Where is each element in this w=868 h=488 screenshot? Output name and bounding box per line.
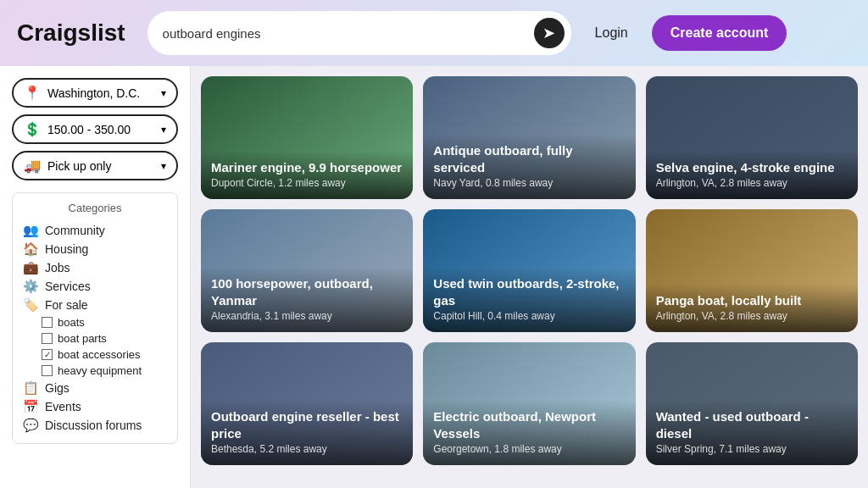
forums-icon: 💬 <box>23 418 39 433</box>
events-icon: 📅 <box>23 399 39 414</box>
sidebar-item-jobs[interactable]: 💼 Jobs <box>23 258 167 277</box>
subitem-boat-parts[interactable]: boat parts <box>42 330 167 347</box>
card-subtitle: Arlington, VA, 2.8 miles away <box>656 177 848 189</box>
sidebar-item-community[interactable]: 👥 Community <box>23 221 167 240</box>
chevron-down-icon: ▾ <box>161 87 166 99</box>
filter-group: 📍 Washington, D.C. ▾ 💲 150.00 - 350.00 ▾… <box>12 78 178 180</box>
card-subtitle: Arlington, VA, 2.8 miles away <box>656 310 848 322</box>
listing-card-card-4[interactable]: 100 horsepower, outboard, YanmarAlexandr… <box>201 209 413 332</box>
subitem-label: boats <box>58 316 85 329</box>
truck-icon: 🚚 <box>24 158 41 174</box>
search-bar: ➤ <box>147 11 571 55</box>
card-subtitle: Capitol Hill, 0.4 miles away <box>433 310 625 322</box>
checkbox-boats[interactable] <box>42 317 53 328</box>
listing-card-card-1[interactable]: Mariner engine, 9.9 horsepowerDupont Cir… <box>201 76 413 199</box>
dollar-icon: 💲 <box>24 121 41 137</box>
community-icon: 👥 <box>23 223 39 238</box>
listing-card-card-2[interactable]: Antique outboard, fully servicedNavy Yar… <box>423 76 635 199</box>
card-subtitle: Bethesda, 5.2 miles away <box>211 443 403 455</box>
listings-grid: Mariner engine, 9.9 horsepowerDupont Cir… <box>201 76 858 465</box>
chevron-down-icon: ▾ <box>161 124 166 136</box>
card-title: Outboard engine reseller - best price <box>211 408 403 441</box>
header: Craigslist ➤ Login Create account <box>0 0 868 66</box>
sidebar-item-label: For sale <box>45 298 88 312</box>
sidebar-item-label: Discussion forums <box>45 419 142 432</box>
card-overlay: 100 horsepower, outboard, YanmarAlexandr… <box>201 267 413 332</box>
card-overlay: Panga boat, locally builtArlington, VA, … <box>646 284 858 333</box>
listing-card-card-8[interactable]: Electric outboard, Newport VesselsGeorge… <box>423 342 635 465</box>
subitem-label: boat accessories <box>58 348 141 361</box>
card-title: Electric outboard, Newport Vessels <box>433 408 625 441</box>
categories-title: Categories <box>23 202 167 214</box>
checkbox-boat-parts[interactable] <box>42 333 53 344</box>
sidebar-item-label: Housing <box>45 242 88 256</box>
location-filter[interactable]: 📍 Washington, D.C. ▾ <box>12 78 178 108</box>
subitem-boat-accessories[interactable]: ✓ boat accessories <box>42 347 167 363</box>
card-title: Used twin outboards, 2-stroke, gas <box>433 275 625 308</box>
search-input[interactable] <box>163 26 534 41</box>
card-overlay: Outboard engine reseller - best priceBet… <box>201 400 413 465</box>
card-title: Mariner engine, 9.9 horsepower <box>211 159 403 176</box>
sidebar-item-for-sale[interactable]: 🏷️ For sale <box>23 296 167 314</box>
categories-box: Categories 👥 Community 🏠 Housing 💼 Jobs … <box>12 192 178 444</box>
card-title: 100 horsepower, outboard, Yanmar <box>211 275 403 308</box>
main-layout: 📍 Washington, D.C. ▾ 💲 150.00 - 350.00 ▾… <box>0 66 868 488</box>
listing-card-card-9[interactable]: Wanted - used outboard - dieselSilver Sp… <box>646 342 858 465</box>
forsale-icon: 🏷️ <box>23 297 39 313</box>
create-account-button[interactable]: Create account <box>652 15 787 51</box>
sidebar-item-gigs[interactable]: 📋 Gigs <box>23 379 167 397</box>
card-overlay: Antique outboard, fully servicedNavy Yar… <box>423 134 635 199</box>
sidebar-item-label: Community <box>45 224 105 237</box>
card-overlay: Wanted - used outboard - dieselSilver Sp… <box>646 400 858 465</box>
logo: Craigslist <box>17 19 125 47</box>
subitem-heavy-equipment[interactable]: heavy equipment <box>42 363 167 379</box>
card-subtitle: Silver Spring, 7.1 miles away <box>656 443 848 455</box>
checkbox-boat-accessories[interactable]: ✓ <box>42 349 53 360</box>
content-area: Mariner engine, 9.9 horsepowerDupont Cir… <box>191 66 868 488</box>
location-value: Washington, D.C. <box>47 86 140 100</box>
sidebar-item-label: Jobs <box>45 261 70 274</box>
jobs-icon: 💼 <box>23 260 39 275</box>
card-subtitle: Georgetown, 1.8 miles away <box>433 443 625 455</box>
checkbox-heavy-equipment[interactable] <box>42 365 53 376</box>
subitem-label: heavy equipment <box>58 364 142 377</box>
chevron-down-icon: ▾ <box>161 160 166 172</box>
card-overlay: Used twin outboards, 2-stroke, gasCapito… <box>423 267 635 332</box>
listing-card-card-5[interactable]: Used twin outboards, 2-stroke, gasCapito… <box>423 209 635 332</box>
location-icon: 📍 <box>24 85 41 101</box>
card-overlay: Selva engine, 4-stroke engineArlington, … <box>646 151 858 200</box>
card-overlay: Electric outboard, Newport VesselsGeorge… <box>423 400 635 465</box>
search-button[interactable]: ➤ <box>534 18 565 48</box>
sidebar-item-label: Events <box>45 400 81 413</box>
card-subtitle: Dupont Circle, 1.2 miles away <box>211 177 403 189</box>
subitem-boats[interactable]: boats <box>42 314 167 330</box>
login-button[interactable]: Login <box>585 19 638 47</box>
sidebar-item-services[interactable]: ⚙️ Services <box>23 277 167 296</box>
gigs-icon: 📋 <box>23 380 39 396</box>
listing-card-card-6[interactable]: Panga boat, locally builtArlington, VA, … <box>646 209 858 332</box>
services-icon: ⚙️ <box>23 279 39 294</box>
forsale-subitems: boats boat parts ✓ boat accessories heav… <box>42 314 167 379</box>
sidebar-item-events[interactable]: 📅 Events <box>23 397 167 416</box>
listing-card-card-3[interactable]: Selva engine, 4-stroke engineArlington, … <box>646 76 858 199</box>
price-value: 150.00 - 350.00 <box>47 123 131 136</box>
card-title: Antique outboard, fully serviced <box>433 142 625 175</box>
housing-icon: 🏠 <box>23 241 39 257</box>
card-overlay: Mariner engine, 9.9 horsepowerDupont Cir… <box>201 151 413 200</box>
sidebar-item-label: Services <box>45 280 91 293</box>
delivery-value: Pick up only <box>47 159 111 173</box>
listing-card-card-7[interactable]: Outboard engine reseller - best priceBet… <box>201 342 413 465</box>
subitem-label: boat parts <box>58 332 107 345</box>
card-subtitle: Alexandria, 3.1 miles away <box>211 310 403 322</box>
card-title: Wanted - used outboard - diesel <box>656 408 848 441</box>
card-subtitle: Navy Yard, 0.8 miles away <box>433 177 625 189</box>
delivery-filter[interactable]: 🚚 Pick up only ▾ <box>12 151 178 180</box>
card-title: Panga boat, locally built <box>656 292 848 309</box>
card-title: Selva engine, 4-stroke engine <box>656 159 848 176</box>
sidebar: 📍 Washington, D.C. ▾ 💲 150.00 - 350.00 ▾… <box>0 66 191 488</box>
sidebar-item-label: Gigs <box>45 381 70 395</box>
sidebar-item-housing[interactable]: 🏠 Housing <box>23 240 167 258</box>
sidebar-item-discussion-forums[interactable]: 💬 Discussion forums <box>23 416 167 435</box>
price-filter[interactable]: 💲 150.00 - 350.00 ▾ <box>12 114 178 144</box>
